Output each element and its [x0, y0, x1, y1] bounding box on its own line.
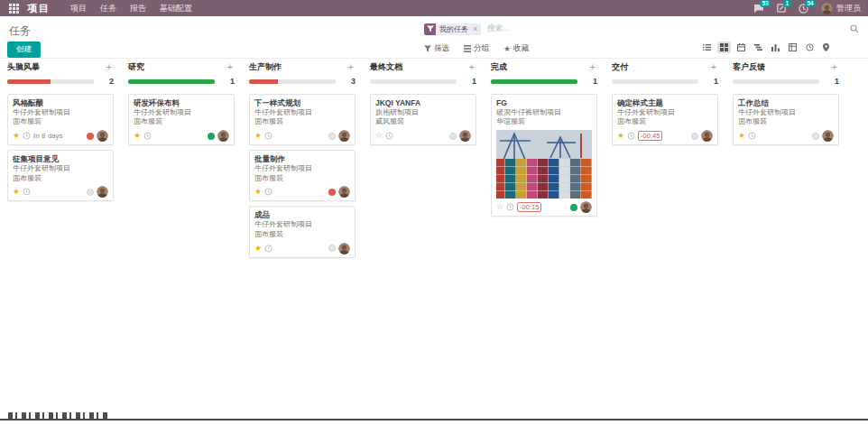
assignee-avatar[interactable]: [338, 130, 350, 142]
view-graph-button[interactable]: [769, 42, 782, 53]
activity-clock-icon[interactable]: [23, 132, 31, 140]
add-card-button[interactable]: +: [346, 62, 356, 72]
groupby-button[interactable]: 分组: [464, 43, 489, 54]
state-dot[interactable]: [87, 133, 94, 140]
view-list-button[interactable]: [700, 42, 714, 53]
menu-reporting[interactable]: 报告: [130, 3, 146, 14]
state-dot[interactable]: [87, 189, 94, 196]
assignee-avatar[interactable]: [97, 186, 108, 198]
priority-star-icon[interactable]: ☆: [375, 132, 383, 140]
add-card-button[interactable]: +: [709, 62, 718, 72]
kanban-card[interactable]: 研发环保布料牛仔外套研制项目面布服装★: [128, 94, 235, 145]
column-progressbar[interactable]: [733, 79, 819, 84]
map-pin-icon: [823, 43, 829, 51]
view-map-button[interactable]: [820, 42, 832, 53]
card-badge[interactable]: In 8 days: [33, 132, 62, 140]
activity-clock-icon[interactable]: [506, 203, 514, 211]
state-dot[interactable]: [570, 204, 577, 211]
filters-button[interactable]: 筛选: [424, 43, 449, 54]
activity-clock-icon[interactable]: [264, 188, 272, 196]
column-progressbar[interactable]: [612, 79, 698, 84]
kanban-card[interactable]: 工作总结牛仔外套研制项目面布服装★: [733, 94, 839, 145]
assignee-avatar[interactable]: [580, 201, 592, 213]
notes-icon[interactable]: 1: [777, 4, 786, 13]
kanban-card[interactable]: FG破洞牛仔裤研制项目华谊服装☆-00:15: [491, 94, 597, 217]
state-dot[interactable]: [328, 245, 336, 252]
state-dot[interactable]: [208, 133, 215, 140]
column-progressbar[interactable]: [7, 79, 94, 84]
add-card-button[interactable]: +: [588, 62, 597, 72]
state-dot[interactable]: [449, 133, 457, 140]
add-card-button[interactable]: +: [467, 62, 476, 72]
priority-star-icon[interactable]: ☆: [496, 203, 503, 211]
view-activity-button[interactable]: [803, 42, 817, 53]
view-pivot-button[interactable]: [786, 42, 799, 53]
column-progressbar[interactable]: [370, 79, 457, 84]
search-icon[interactable]: [850, 24, 859, 33]
column-progressbar[interactable]: [128, 79, 215, 84]
messages-icon[interactable]: 53: [753, 4, 764, 14]
card-badge[interactable]: -00:45: [638, 131, 662, 141]
kanban-card[interactable]: 征集项目意见牛仔外套研制项目面布服装★: [7, 150, 114, 201]
priority-star-icon[interactable]: ★: [254, 245, 262, 253]
app-menus: 项目 任务 报告 基础配置: [70, 3, 192, 14]
app-title[interactable]: 项目: [27, 2, 51, 15]
favorites-button[interactable]: ★ 收藏: [503, 43, 529, 54]
kanban-card[interactable]: 确定样式主题牛仔外套研制项目面布服装★-00:45: [612, 94, 718, 145]
kanban-card[interactable]: JKQI YANFA旗袍研制项目威风服装☆: [370, 94, 476, 145]
apps-menu-icon[interactable]: [9, 4, 19, 14]
kanban-card[interactable]: 下一样式规划牛仔外套研制项目面布服装★: [249, 94, 356, 145]
column-progressbar[interactable]: [491, 79, 577, 84]
activity-clock-icon[interactable]: [264, 245, 272, 253]
search-input[interactable]: 搜索...: [487, 23, 850, 34]
column-progressbar[interactable]: [249, 79, 336, 84]
assignee-avatar[interactable]: [701, 130, 713, 142]
view-gantt-button[interactable]: [752, 42, 765, 53]
kanban-card[interactable]: 批量制作牛仔外套研制项目面布服装★: [249, 150, 356, 201]
priority-star-icon[interactable]: ★: [617, 132, 624, 140]
priority-star-icon[interactable]: ★: [13, 188, 20, 196]
priority-star-icon[interactable]: ★: [738, 132, 745, 140]
assignee-avatar[interactable]: [459, 130, 471, 142]
state-dot[interactable]: [691, 133, 698, 140]
column-header: 生产制作+: [249, 60, 356, 73]
kanban-card[interactable]: 成品牛仔外套研制项目面布服装★: [249, 206, 356, 257]
menu-projects[interactable]: 项目: [70, 3, 87, 14]
facet-remove-icon[interactable]: ×: [472, 23, 481, 35]
activity-clock-icon[interactable]: [23, 188, 31, 196]
search-bar[interactable]: 我的任务 × 搜索...: [424, 22, 861, 36]
priority-star-icon[interactable]: ★: [134, 132, 141, 140]
priority-star-icon[interactable]: ★: [254, 132, 262, 140]
card-project: 旗袍研制项目: [375, 108, 471, 118]
view-calendar-button[interactable]: [734, 42, 748, 53]
activities-icon[interactable]: 54: [799, 4, 808, 14]
assignee-avatar[interactable]: [338, 243, 350, 254]
assignee-avatar[interactable]: [338, 186, 350, 198]
activity-clock-icon[interactable]: [385, 132, 393, 140]
activity-clock-icon[interactable]: [143, 132, 152, 140]
assignee-avatar[interactable]: [97, 130, 108, 142]
view-kanban-button[interactable]: [717, 42, 731, 53]
activity-clock-icon[interactable]: [748, 132, 756, 140]
activity-clock-icon[interactable]: [264, 132, 272, 140]
card-project: 牛仔外套研制项目: [134, 108, 229, 118]
card-project: 牛仔外套研制项目: [254, 220, 350, 230]
priority-star-icon[interactable]: ★: [13, 132, 20, 140]
assignee-avatar[interactable]: [822, 130, 834, 142]
add-card-button[interactable]: +: [830, 62, 839, 72]
state-dot[interactable]: [812, 133, 819, 140]
state-dot[interactable]: [328, 133, 336, 140]
state-dot[interactable]: [328, 189, 336, 196]
add-card-button[interactable]: +: [105, 62, 114, 72]
menu-tasks[interactable]: 任务: [100, 3, 116, 14]
add-card-button[interactable]: +: [226, 62, 235, 72]
card-title: 征集项目意见: [13, 154, 108, 164]
activity-clock-icon[interactable]: [627, 132, 635, 140]
priority-star-icon[interactable]: ★: [254, 188, 262, 196]
card-badge[interactable]: -00:15: [517, 202, 541, 212]
user-menu[interactable]: 管理员: [821, 3, 861, 14]
menu-configuration[interactable]: 基础配置: [160, 3, 192, 14]
kanban-card[interactable]: 风格酝酿牛仔外套研制项目面布服装★In 8 days: [7, 94, 114, 145]
assignee-avatar[interactable]: [217, 130, 229, 142]
create-button[interactable]: 创建: [7, 42, 41, 58]
